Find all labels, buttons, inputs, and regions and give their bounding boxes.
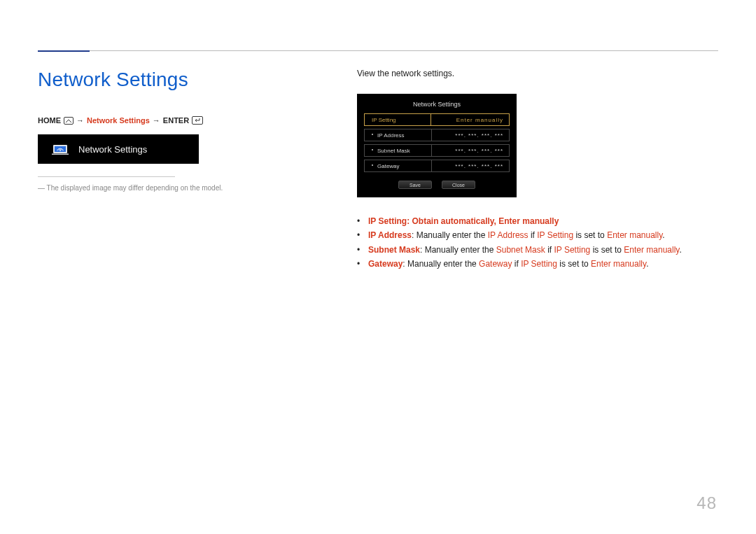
osd-row-value: ***. ***. ***. *** — [431, 129, 510, 141]
osd-row-ipsetting: IP Setting Enter manually — [364, 113, 510, 126]
top-rule-accent — [38, 50, 90, 52]
menu-tile-label: Network Settings — [78, 144, 147, 155]
enter-icon — [192, 116, 203, 125]
bullet-list: IP Setting: Obtain automatically, Enter … — [357, 214, 718, 272]
left-column: Network Settings HOME → Network Settings… — [38, 69, 234, 492]
osd-row-ipaddress: IP Address ***. ***. ***. *** — [364, 129, 510, 141]
osd-row-gateway: Gateway ***. ***. ***. *** — [364, 160, 510, 172]
bullet-ipaddress: IP Address: Manually enter the IP Addres… — [357, 228, 718, 242]
svg-rect-0 — [64, 118, 74, 125]
network-tile-icon — [52, 142, 69, 156]
osd-save-button: Save — [398, 181, 432, 189]
section-description: View the network settings. — [357, 69, 718, 78]
osd-row-value: Enter manually — [431, 113, 510, 126]
bullet-ipsetting: IP Setting: Obtain automatically, Enter … — [357, 214, 718, 228]
osd-close-button: Close — [442, 181, 475, 189]
page-title: Network Settings — [38, 69, 234, 91]
osd-buttons: Save Close — [364, 181, 510, 189]
osd-title: Network Settings — [364, 101, 510, 108]
osd-row-label: Gateway — [364, 160, 431, 172]
breadcrumb-enter: ENTER — [163, 116, 189, 125]
menu-tile: Network Settings — [38, 134, 199, 164]
osd-row-subnet: Subnet Mask ***. ***. ***. *** — [364, 144, 510, 157]
breadcrumb: HOME → Network Settings → ENTER — [38, 116, 234, 125]
bullet-gateway: Gateway: Manually enter the Gateway if I… — [357, 257, 718, 271]
page-number: 48 — [696, 493, 717, 513]
breadcrumb-middle: Network Settings — [87, 116, 150, 125]
model-note: ― The displayed image may differ dependi… — [38, 184, 234, 192]
right-column: View the network settings. Network Setti… — [357, 69, 718, 492]
top-rule — [38, 50, 718, 51]
osd-preview: Network Settings IP Setting Enter manual… — [357, 94, 517, 197]
osd-row-label: Subnet Mask — [364, 144, 431, 157]
osd-row-value: ***. ***. ***. *** — [431, 160, 510, 172]
content-area: Network Settings HOME → Network Settings… — [38, 69, 718, 492]
bullet-subnet: Subnet Mask: Manually enter the Subnet M… — [357, 243, 718, 257]
breadcrumb-arrow-1: → — [76, 116, 84, 125]
osd-row-value: ***. ***. ***. *** — [431, 144, 510, 157]
home-icon — [64, 116, 74, 125]
breadcrumb-arrow-2: → — [153, 116, 160, 125]
osd-row-label: IP Address — [364, 129, 431, 141]
page-root: Network Settings HOME → Network Settings… — [0, 0, 756, 534]
note-rule — [38, 176, 175, 177]
svg-rect-3 — [52, 154, 69, 155]
breadcrumb-home: HOME — [38, 116, 61, 125]
osd-row-label: IP Setting — [364, 113, 431, 126]
svg-point-5 — [59, 150, 61, 151]
